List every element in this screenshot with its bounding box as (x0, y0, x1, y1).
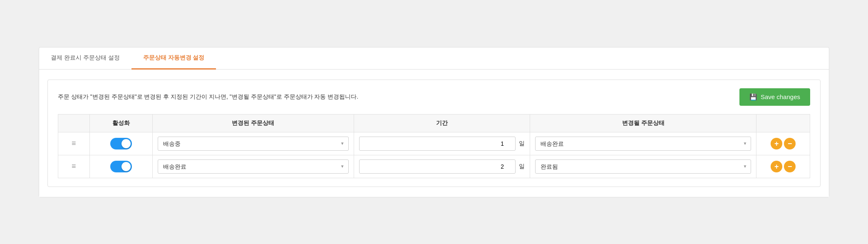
col-header-target-status: 변경될 주문상태 (530, 114, 756, 132)
active-cell-1 (89, 155, 152, 178)
period-input-1[interactable] (359, 159, 516, 174)
col-header-period: 기간 (354, 114, 530, 132)
tabs: 결제 완료시 주문상태 설정 주문상태 자동변경 설정 (39, 47, 829, 70)
add-row-button-0[interactable]: + (771, 138, 782, 149)
main-container: 결제 완료시 주문상태 설정 주문상태 자동변경 설정 주문 상태가 "변경된 … (39, 47, 829, 197)
info-section: 주문 상태가 "변경된 주문상태"로 변경된 후 지정된 기간이 지나면, "변… (47, 80, 821, 187)
changed-status-cell-1: 배송중 배송완료 완료됨 ▼ (152, 155, 354, 178)
changed-status-wrapper-0: 배송중 배송완료 완료됨 ▼ (158, 137, 349, 151)
period-wrapper-1: 일 (359, 159, 525, 174)
tab-payment[interactable]: 결제 완료시 주문상태 설정 (39, 47, 131, 70)
save-button[interactable]: 💾 Save changes (739, 88, 810, 106)
period-unit-0: 일 (519, 140, 525, 147)
add-row-button-1[interactable]: + (771, 161, 782, 172)
toggle-0[interactable] (110, 138, 132, 149)
period-cell-0: 일 (354, 132, 530, 155)
action-btns-0: + − (761, 138, 805, 149)
content: 주문 상태가 "변경된 주문상태"로 변경된 후 지정된 기간이 지나면, "변… (39, 70, 829, 197)
target-status-wrapper-0: 배송완료 완료됨 배송중 ▼ (535, 137, 751, 151)
toggle-container-1 (95, 161, 147, 172)
toggle-1[interactable] (110, 161, 132, 172)
period-wrapper-0: 일 (359, 137, 525, 151)
actions-cell-0: + − (756, 132, 810, 155)
save-label: Save changes (761, 93, 800, 100)
drag-handle-1[interactable]: ≡ (63, 162, 84, 171)
target-status-cell-1: 배송완료 완료됨 배송중 ▼ (530, 155, 756, 178)
col-header-changed-status: 변경된 주문상태 (152, 114, 354, 132)
col-header-drag (58, 114, 90, 132)
target-status-wrapper-1: 배송완료 완료됨 배송중 ▼ (535, 159, 751, 174)
changed-status-select-0[interactable]: 배송중 배송완료 완료됨 (158, 137, 349, 151)
actions-cell-1: + − (756, 155, 810, 178)
info-header: 주문 상태가 "변경된 주문상태"로 변경된 후 지정된 기간이 지나면, "변… (58, 88, 810, 106)
remove-row-button-0[interactable]: − (784, 138, 796, 149)
table-header: 활성화 변경된 주문상태 기간 변경될 주문상태 (58, 114, 810, 132)
changed-status-select-1[interactable]: 배송중 배송완료 완료됨 (158, 159, 349, 174)
toggle-container-0 (95, 138, 147, 149)
target-status-select-0[interactable]: 배송완료 완료됨 배송중 (535, 137, 751, 151)
period-unit-1: 일 (519, 163, 525, 170)
drag-cell-0: ≡ (58, 132, 90, 155)
period-input-0[interactable] (359, 137, 516, 151)
remove-row-button-1[interactable]: − (784, 161, 796, 172)
settings-table: 활성화 변경된 주문상태 기간 변경될 주문상태 ≡ (58, 114, 810, 178)
tab-auto[interactable]: 주문상태 자동변경 설정 (131, 47, 216, 70)
drag-handle-0[interactable]: ≡ (63, 139, 84, 148)
col-header-active: 활성화 (89, 114, 152, 132)
target-status-select-1[interactable]: 배송완료 완료됨 배송중 (535, 159, 751, 174)
info-text: 주문 상태가 "변경된 주문상태"로 변경된 후 지정된 기간이 지나면, "변… (58, 92, 358, 101)
col-header-actions (756, 114, 810, 132)
target-status-cell-0: 배송완료 완료됨 배송중 ▼ (530, 132, 756, 155)
save-icon: 💾 (749, 93, 757, 101)
table-body: ≡ 배송중 배송완료 완료됨 ▼ (58, 132, 810, 178)
table-row: ≡ 배송중 배송완료 완료됨 ▼ (58, 155, 810, 178)
table-row: ≡ 배송중 배송완료 완료됨 ▼ (58, 132, 810, 155)
drag-cell-1: ≡ (58, 155, 90, 178)
changed-status-cell-0: 배송중 배송완료 완료됨 ▼ (152, 132, 354, 155)
changed-status-wrapper-1: 배송중 배송완료 완료됨 ▼ (158, 159, 349, 174)
active-cell-0 (89, 132, 152, 155)
action-btns-1: + − (761, 161, 805, 172)
period-cell-1: 일 (354, 155, 530, 178)
